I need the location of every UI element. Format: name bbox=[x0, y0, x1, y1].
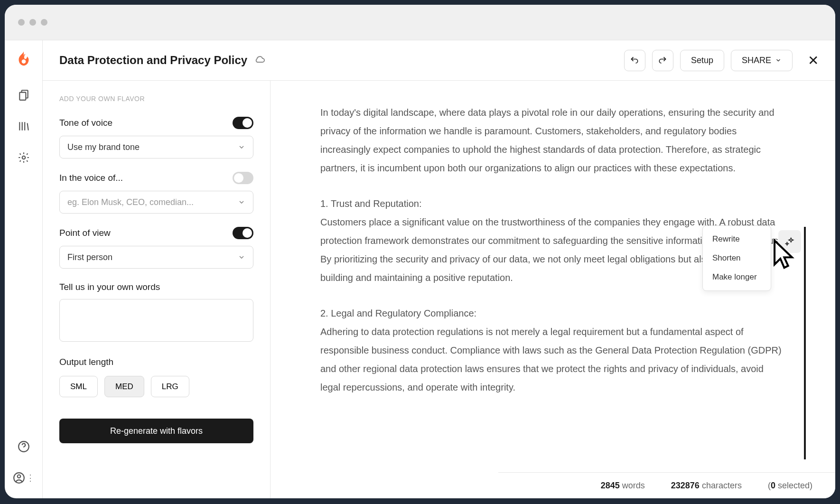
svg-point-6 bbox=[17, 475, 20, 478]
ai-magic-button[interactable] bbox=[778, 230, 801, 253]
traffic-light-min[interactable] bbox=[29, 19, 36, 26]
pov-toggle[interactable] bbox=[233, 227, 253, 239]
undo-button[interactable] bbox=[624, 50, 645, 71]
length-sml-button[interactable]: SML bbox=[59, 376, 98, 397]
account-menu-dots[interactable]: ⋮ bbox=[26, 474, 35, 482]
window-titlebar bbox=[5, 5, 835, 40]
document-title: Data Protection and Privacy Policy bbox=[59, 54, 247, 67]
undo-icon bbox=[630, 56, 639, 65]
header: Data Protection and Privacy Policy Setup… bbox=[43, 40, 835, 81]
help-icon[interactable] bbox=[18, 440, 30, 453]
rewrite-action[interactable]: Rewrite bbox=[703, 230, 771, 249]
length-lrg-button[interactable]: LRG bbox=[151, 376, 189, 397]
selection-caret bbox=[804, 227, 806, 459]
pov-value: First person bbox=[67, 252, 112, 262]
chevron-down-icon bbox=[238, 198, 245, 206]
app-logo-icon bbox=[14, 50, 34, 70]
sidebar: ⋮ bbox=[5, 40, 43, 498]
svg-point-3 bbox=[22, 156, 25, 159]
chevron-down-icon bbox=[775, 57, 782, 64]
traffic-light-max[interactable] bbox=[41, 19, 47, 26]
panel-heading: ADD YOUR OWN FLAVOR bbox=[59, 95, 253, 103]
voice-toggle[interactable] bbox=[233, 172, 253, 184]
voice-select[interactable]: eg. Elon Musk, CEO, comedian... bbox=[59, 191, 253, 214]
documents-icon[interactable] bbox=[18, 89, 30, 101]
chevron-down-icon bbox=[238, 143, 245, 151]
redo-icon bbox=[658, 56, 667, 65]
selected-count: (0 selected) bbox=[768, 481, 812, 491]
regenerate-button[interactable]: Re-generate with flavors bbox=[59, 419, 253, 443]
char-count: 232876 characters bbox=[671, 481, 742, 491]
settings-icon[interactable] bbox=[18, 151, 30, 164]
length-med-button[interactable]: MED bbox=[104, 376, 144, 397]
redo-button[interactable] bbox=[652, 50, 673, 71]
tone-label: Tone of voice bbox=[59, 118, 112, 128]
pov-select[interactable]: First person bbox=[59, 246, 253, 269]
flavor-panel: ADD YOUR OWN FLAVOR Tone of voice Use my… bbox=[43, 81, 271, 498]
make-longer-action[interactable]: Make longer bbox=[703, 268, 771, 287]
close-button[interactable]: ✕ bbox=[808, 53, 819, 68]
library-icon[interactable] bbox=[18, 120, 30, 132]
svg-point-0 bbox=[21, 59, 26, 64]
cloud-sync-icon bbox=[254, 55, 265, 66]
status-bar: 2845 words 232876 characters (0 selected… bbox=[498, 472, 835, 498]
tone-toggle[interactable] bbox=[233, 117, 253, 129]
paragraph: 2. Legal and Regulatory Compliance: Adhe… bbox=[320, 304, 785, 397]
word-count: 2845 words bbox=[601, 481, 645, 491]
editor-area[interactable]: In today's digital landscape, where data… bbox=[271, 81, 835, 498]
app-window: ⋮ Data Protection and Privacy Policy Set… bbox=[5, 5, 835, 498]
tone-value: Use my brand tone bbox=[67, 142, 140, 152]
svg-rect-2 bbox=[19, 93, 26, 100]
setup-button[interactable]: Setup bbox=[680, 50, 724, 71]
own-words-input[interactable] bbox=[59, 299, 253, 342]
account-icon[interactable] bbox=[13, 472, 25, 484]
traffic-light-close[interactable] bbox=[18, 19, 25, 26]
magic-wand-icon bbox=[784, 236, 795, 247]
pov-label: Point of view bbox=[59, 228, 111, 238]
voice-label: In the voice of... bbox=[59, 173, 123, 183]
chevron-down-icon bbox=[238, 253, 245, 261]
share-label: SHARE bbox=[742, 56, 771, 65]
ai-actions-menu: Rewrite Shorten Make longer bbox=[702, 225, 771, 291]
share-button[interactable]: SHARE bbox=[731, 50, 793, 71]
paragraph: In today's digital landscape, where data… bbox=[320, 103, 785, 177]
own-words-label: Tell us in your own words bbox=[59, 282, 160, 292]
shorten-action[interactable]: Shorten bbox=[703, 249, 771, 268]
tone-select[interactable]: Use my brand tone bbox=[59, 136, 253, 159]
length-label: Output length bbox=[59, 357, 113, 367]
voice-placeholder: eg. Elon Musk, CEO, comedian... bbox=[67, 197, 194, 207]
